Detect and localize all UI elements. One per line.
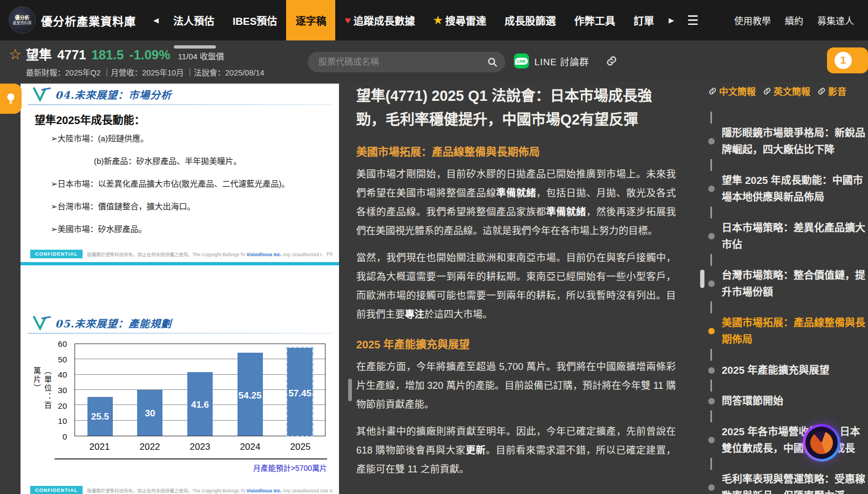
toc-connector (710, 254, 712, 266)
nav-item-label: 追蹤成長數據 (354, 13, 415, 28)
slides-scrollbar-thumb[interactable] (348, 379, 352, 401)
link-label: 影音 (828, 84, 846, 98)
chart-plot-area: 25.53041.654.2557.45 (74, 344, 326, 436)
toc-sidebar: 中文簡報 英文簡報 影音 隱形眼鏡市場競爭格局：新銳品牌崛起，四大廠佔比下降望隼… (708, 84, 866, 494)
nav-item-corp-estimates[interactable]: 法人預估 (164, 0, 223, 40)
stock-name: 望隼 (26, 44, 52, 63)
confidential-badge: CONFIDENTIAL (30, 250, 83, 258)
notification-tab[interactable]: 1 (827, 47, 868, 73)
vf-logo-icon (31, 314, 52, 331)
nav-link-renew[interactable]: 續約 (785, 13, 803, 27)
toc-item[interactable]: 隱形眼鏡市場競爭格局：新銳品牌崛起，四大廠佔比下降 (708, 125, 866, 158)
toc-dot (708, 398, 715, 404)
toc-dot (708, 233, 715, 239)
nav-item-label: 逐字稿 (295, 13, 326, 28)
nav-item-label: 訂單 (634, 13, 654, 28)
toc-connector (710, 380, 712, 392)
site-title: 優分析產業資料庫 (41, 12, 136, 29)
nav-item-transcript[interactable]: 逐字稿 (286, 0, 335, 40)
y-tick-label: 10 (58, 416, 67, 426)
slide-page-number: P9 (327, 251, 333, 257)
toc-item[interactable]: 日本市場策略：差異化產品擴大市佔 (708, 219, 866, 253)
lightbulb-icon (4, 92, 18, 106)
toc-item[interactable]: 毛利率表現與營運策略：受惠稼動率與新品，但匯率壓力浮 (708, 471, 866, 494)
nav-link-recruit[interactable]: 募集達人 (817, 13, 854, 27)
bar-cell: 41.6 (175, 344, 225, 436)
y-tick-label: 20 (58, 401, 67, 410)
toc-item[interactable]: 問答環節開始 (708, 393, 866, 409)
nav-link-tutorial[interactable]: 使用教學 (734, 13, 771, 27)
slide-footer: CONFIDENTIAL 版權屬於望隼科技所有，禁止任何未經授權之使用。The … (30, 486, 333, 494)
toc-dot (708, 437, 715, 443)
toc-connector (710, 349, 712, 361)
bar-cell: 30 (125, 344, 175, 436)
link-english-deck[interactable]: 英文簡報 (763, 84, 810, 98)
toc-item[interactable]: 2025 年產能擴充與展望 (708, 362, 866, 379)
tips-tab[interactable] (0, 84, 22, 114)
bold-text: 準備就緒 (496, 188, 536, 198)
nav-scroll-left-icon[interactable]: ◀ (153, 16, 159, 24)
nav-item-orders[interactable]: 訂單 (625, 0, 663, 40)
menu-icon[interactable]: ☰ (687, 13, 699, 28)
article-title: 望隼(4771) 2025 Q1 法說會：日本市場成長強勁，毛利率穩健提升，中國… (356, 84, 676, 132)
bar-value-label: 25.5 (91, 411, 109, 422)
stock-price: 181.5 (91, 47, 124, 63)
slide-bullet: ➢台灣市場：價值鏈整合，擴大出海口。 (51, 200, 331, 211)
nav-item-growth-tracking[interactable]: ♥追蹤成長數據 (335, 0, 424, 40)
bar-2022: 30 (137, 390, 162, 436)
link-video[interactable]: 影音 (817, 84, 846, 98)
article-scrollbar-thumb[interactable] (700, 270, 704, 288)
toc-item-label: 美國市場拓展：產品線整備與長期佈局 (722, 314, 866, 348)
bar-value-label: 57.45 (288, 388, 311, 399)
search-box (308, 52, 505, 72)
nav-item-ibes[interactable]: IBES預估 (223, 0, 286, 40)
toc-item[interactable]: 台灣市場策略：整合價值鏈，提升市場份額 (708, 267, 866, 300)
toc-item-label: 問答環節開始 (722, 393, 783, 409)
toc-connector (710, 207, 712, 218)
toc-item[interactable]: 2025 年各市場營收展望：日本雙位數成長，中國個位數成長 (708, 423, 866, 457)
toc-item-label: 2025 年各市場營收展望：日本雙位數成長，中國個位數成長 (722, 423, 866, 457)
article-paragraph: 其他計畫中的擴廠則將貢獻至明年。因此，今年已確定擴產，先前曾說在 618 購物節… (356, 422, 676, 479)
chart-note-divider (55, 458, 327, 459)
nav-item-growth-screener[interactable]: 成長股篩選 (496, 0, 565, 40)
toc-connector (710, 458, 712, 470)
heart-icon: ♥ (344, 15, 350, 25)
text: 當然，我們現在也開始關注歐洲和東南亞市場。目前仍在與客戶接觸中，我認為大概還需要… (356, 252, 676, 320)
confidential-badge: CONFIDENTIAL (30, 486, 83, 494)
toc-item[interactable]: 望隼 2025 年成長動能：中國市場本地供應與新品佈局 (708, 172, 866, 205)
search-input[interactable] (317, 57, 487, 67)
site-logo[interactable]: 優分析 產業資料庫 (9, 6, 36, 33)
toc-item-label: 毛利率表現與營運策略：受惠稼動率與新品，但匯率壓力浮 (722, 471, 866, 494)
line-discussion-link[interactable]: LINE LINE 討論群 (514, 53, 589, 68)
nav-item-cheat-tools[interactable]: 作弊工具 (565, 0, 625, 40)
bar-value-label: 54.25 (239, 390, 262, 401)
nav-item-search-radar[interactable]: ★搜尋雷達 (424, 0, 496, 40)
star-icon: ★ (433, 15, 443, 25)
floating-widget-button[interactable] (803, 424, 840, 462)
link-label: 中文簡報 (719, 84, 756, 98)
bar-2021: 25.5 (87, 397, 113, 436)
x-tick-label: 2021 (74, 442, 125, 452)
line-label: LINE 討論群 (534, 54, 589, 68)
page: 優分析 產業資料庫 優分析產業資料庫 ◀ 法人預估IBES預估逐字稿♥追蹤成長數… (0, 0, 868, 494)
slide1-subtitle: 望隼2025年成長動能： (35, 112, 145, 127)
toc-dot (708, 484, 715, 491)
nav-item-label: IBES預估 (233, 13, 277, 28)
bar-cell: 57.45 (275, 344, 325, 436)
toc-item[interactable]: 美國市場拓展：產品線整備與長期佈局 (708, 314, 866, 348)
bar-2023: 41.6 (187, 372, 213, 436)
y-tick-label: 40 (58, 370, 67, 379)
slide-bullet: (b)新產品：矽水膠產品、半年拋美瞳片。 (51, 155, 331, 166)
slide-footer: CONFIDENTIAL 版權屬於望隼科技所有，禁止任何未經授權之使用。The … (30, 250, 333, 258)
toc-list: 隱形眼鏡市場競爭格局：新銳品牌崛起，四大廠佔比下降望隼 2025 年成長動能：中… (708, 112, 866, 494)
slide-bullet: ➢日本市場：以差異化產品擴大市佔(散光產品、二代濾藍光產品)。 (51, 177, 331, 189)
share-link-icon[interactable] (606, 55, 618, 67)
capacity-note: 月產能預計>5700萬片 (55, 462, 327, 473)
text: 於這四大市場。 (424, 309, 492, 320)
nav-scroll-right-icon[interactable]: ▶ (669, 16, 674, 24)
watchlist-star-icon[interactable]: ☆ (9, 47, 22, 62)
toc-connector (710, 159, 712, 171)
stock-meta: 最新財報：2025年Q2 ｜月營收：2025年10月 ｜法說會：2025/08/… (26, 66, 265, 78)
search-icon[interactable] (487, 57, 498, 67)
link-chinese-deck[interactable]: 中文簡報 (708, 84, 756, 98)
